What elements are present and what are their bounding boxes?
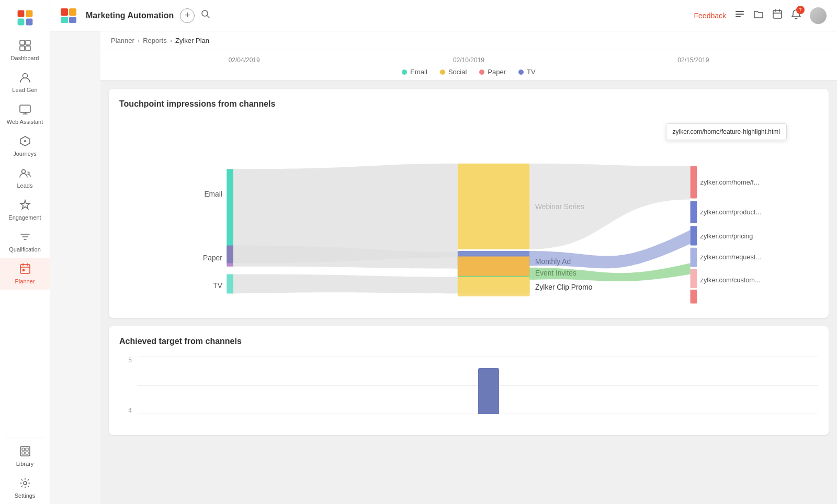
svg-point-11 <box>24 140 26 142</box>
sankey-svg: Email Paper TV <box>119 119 818 307</box>
sidebar-item-label: Lead Gen <box>12 87 37 93</box>
svg-rect-4 <box>20 40 25 45</box>
svg-rect-22 <box>69 8 76 16</box>
svg-rect-40 <box>691 166 697 198</box>
notification-icon[interactable]: 7 <box>791 9 801 22</box>
svg-rect-21 <box>61 8 68 16</box>
svg-rect-41 <box>691 201 697 223</box>
planner-icon <box>19 263 31 276</box>
touchpoint-chart-card: Touchpoint impressions from channels zyl… <box>109 89 829 318</box>
svg-rect-13 <box>20 265 30 273</box>
qualification-icon <box>19 231 31 244</box>
calendar-icon[interactable] <box>772 9 783 22</box>
breadcrumb-current: Zylker Plan <box>175 37 209 44</box>
date-3: 02/15/2019 <box>677 56 709 64</box>
breadcrumb-planner[interactable]: Planner <box>111 37 134 44</box>
social-dot <box>440 70 445 75</box>
grid-line-5 <box>138 357 818 357</box>
y-label-5: 5 <box>119 357 135 364</box>
engagement-icon <box>19 199 31 212</box>
sidebar-item-leads[interactable]: Leads <box>0 162 50 194</box>
svg-rect-26 <box>736 11 744 12</box>
list-icon[interactable] <box>734 9 745 22</box>
achieved-chart-title: Achieved target from channels <box>119 337 818 346</box>
svg-rect-17 <box>26 448 28 451</box>
legend-social-label: Social <box>448 68 467 76</box>
sidebar-item-label: Journeys <box>13 151 37 157</box>
y-axis: 5 4 <box>119 357 135 414</box>
paper-dot <box>479 70 484 75</box>
legend-social: Social <box>440 68 467 76</box>
right-label-3: zylker.com/pricing <box>700 233 753 240</box>
svg-rect-15 <box>20 446 30 456</box>
sidebar-item-label: Engagement <box>8 214 41 221</box>
svg-rect-5 <box>26 40 30 45</box>
svg-point-8 <box>22 74 27 78</box>
svg-rect-9 <box>20 105 30 112</box>
leads-icon <box>19 167 31 180</box>
svg-rect-38 <box>458 257 530 276</box>
sidebar-item-qualification[interactable]: Qualification <box>0 226 50 258</box>
sidebar-item-label: Dashboard <box>11 55 39 61</box>
sidebar-item-leadgen[interactable]: Lead Gen <box>0 66 50 98</box>
segment-clip: Zylker Clip Promo <box>535 283 593 291</box>
main-content: Planner › Reports › Zylker Plan 02/04/20… <box>100 31 837 504</box>
search-icon[interactable] <box>201 9 210 21</box>
legend-tv-label: TV <box>527 68 536 76</box>
svg-rect-18 <box>22 452 25 454</box>
sidebar-item-settings[interactable]: Settings <box>0 472 50 504</box>
sidebar-item-library[interactable]: Library <box>0 440 50 472</box>
notification-badge: 7 <box>796 6 805 14</box>
sidebar-item-label: Leads <box>17 182 33 189</box>
channel-email-label: Email <box>204 190 222 198</box>
svg-point-20 <box>24 482 27 485</box>
legend-paper: Paper <box>479 68 506 76</box>
sidebar-item-journeys[interactable]: Journeys <box>0 130 50 162</box>
svg-rect-16 <box>22 448 25 451</box>
content-area: Touchpoint impressions from channels zyl… <box>100 81 837 443</box>
svg-rect-31 <box>227 245 233 266</box>
sidebar-bottom: Library Settings <box>0 436 50 504</box>
breadcrumb-sep1: › <box>138 37 140 44</box>
svg-rect-7 <box>26 46 30 51</box>
webassistant-icon <box>19 104 31 117</box>
svg-rect-24 <box>69 17 76 23</box>
svg-rect-23 <box>61 17 68 23</box>
topbar-left: Marketing Automation + <box>61 8 694 23</box>
sidebar-item-label: Library <box>16 461 34 467</box>
sidebar-item-dashboard[interactable]: Dashboard <box>0 35 50 66</box>
tv-dot <box>518 70 524 75</box>
touchpoint-chart-title: Touchpoint impressions from channels <box>119 99 818 109</box>
achieved-chart-area: 5 4 <box>119 357 818 425</box>
sidebar-item-label: Web Assistant <box>7 119 43 125</box>
channel-paper-label: Paper <box>203 254 222 262</box>
folder-icon[interactable] <box>753 9 764 22</box>
chart-tooltip: zylker.com/home/feature-highlight.html <box>666 123 787 140</box>
timeline-header: 02/04/2019 02/10/2019 02/15/2019 Email S… <box>100 50 837 81</box>
feedback-button[interactable]: Feedback <box>694 12 726 20</box>
channel-tv-label: TV <box>213 282 222 290</box>
sidebar-item-webassistant[interactable]: Web Assistant <box>0 98 50 130</box>
sankey-chart: zylker.com/home/feature-highlight.html E… <box>119 119 818 307</box>
sidebar-item-label: Qualification <box>9 246 41 253</box>
svg-rect-0 <box>17 10 24 17</box>
sidebar-item-engagement[interactable]: Engagement <box>0 194 50 226</box>
sidebar-item-planner[interactable]: Planner <box>0 258 50 290</box>
right-label-5: zylker.com/custom... <box>700 277 761 284</box>
chart-legend: Email Social Paper TV <box>402 68 535 76</box>
breadcrumb-reports[interactable]: Reports <box>143 37 167 44</box>
right-label-1: zylker.com/home/f... <box>700 179 760 186</box>
topbar: Marketing Automation + Feedback <box>50 0 837 31</box>
y-label-4: 4 <box>119 407 135 414</box>
topbar-right: Feedback 7 <box>694 7 827 24</box>
add-button[interactable]: + <box>180 8 195 23</box>
legend-email: Email <box>402 68 427 76</box>
svg-rect-28 <box>736 16 741 17</box>
achieved-bar <box>478 368 499 414</box>
svg-rect-32 <box>227 274 233 293</box>
legend-email-label: Email <box>410 68 427 76</box>
legend-tv: TV <box>518 68 536 76</box>
user-avatar[interactable] <box>810 7 827 24</box>
legend-paper-label: Paper <box>488 68 506 76</box>
svg-rect-43 <box>691 248 697 267</box>
